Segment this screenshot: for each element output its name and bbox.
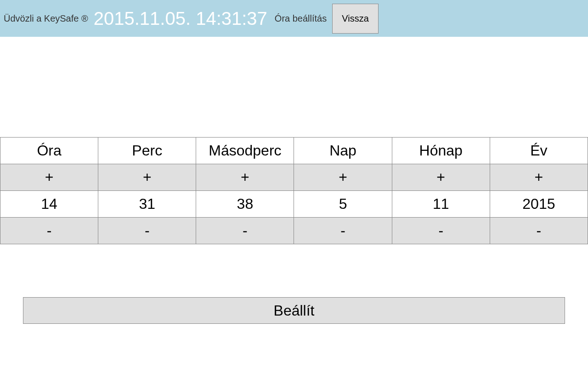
- back-button[interactable]: Vissza: [332, 4, 379, 34]
- plus-day-button[interactable]: +: [294, 164, 392, 191]
- header-bar: Üdvözli a KeySafe ® 2015.11.05. 14:31:37…: [0, 0, 588, 37]
- minus-month-button[interactable]: -: [392, 218, 490, 244]
- value-minute: 31: [98, 191, 196, 218]
- column-header-hour: Óra: [0, 138, 98, 164]
- value-month: 11: [392, 191, 490, 218]
- column-header-minute: Perc: [98, 138, 196, 164]
- column-header-day: Nap: [294, 138, 392, 164]
- column-header-month: Hónap: [392, 138, 490, 164]
- minus-minute-button[interactable]: -: [98, 218, 196, 244]
- plus-minute-button[interactable]: +: [98, 164, 196, 191]
- plus-month-button[interactable]: +: [392, 164, 490, 191]
- value-year: 2015: [490, 191, 588, 218]
- minus-year-button[interactable]: -: [490, 218, 588, 244]
- minus-day-button[interactable]: -: [294, 218, 392, 244]
- minus-second-button[interactable]: -: [196, 218, 294, 244]
- value-second: 38: [196, 191, 294, 218]
- page-title: Óra beállítás: [275, 13, 327, 24]
- set-button[interactable]: Beállít: [23, 297, 565, 324]
- value-day: 5: [294, 191, 392, 218]
- column-header-second: Másodperc: [196, 138, 294, 164]
- plus-second-button[interactable]: +: [196, 164, 294, 191]
- plus-hour-button[interactable]: +: [0, 164, 98, 191]
- column-header-year: Év: [490, 138, 588, 164]
- value-hour: 14: [0, 191, 98, 218]
- welcome-text: Üdvözli a KeySafe ®: [4, 13, 88, 24]
- plus-year-button[interactable]: +: [490, 164, 588, 191]
- current-datetime: 2015.11.05. 14:31:37: [94, 8, 267, 29]
- minus-hour-button[interactable]: -: [0, 218, 98, 244]
- content-area: Óra Perc Másodperc Nap Hónap Év + + + + …: [0, 37, 588, 324]
- time-setting-table: Óra Perc Másodperc Nap Hónap Év + + + + …: [0, 137, 588, 244]
